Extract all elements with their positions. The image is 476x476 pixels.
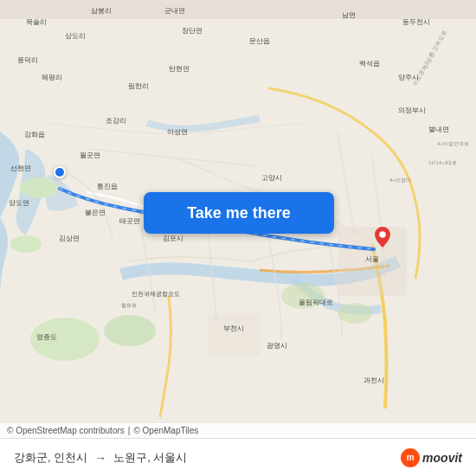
bottom-navigation-bar: 강화군, 인천시 → 노원구, 서울시 m moovit xyxy=(0,438,476,476)
take-me-there-button[interactable]: Take me there xyxy=(144,192,334,234)
destination-label: 노원구, 서울시 xyxy=(113,450,187,466)
route-line xyxy=(0,0,476,476)
openmaptiles-attribution: © OpenMapTiles xyxy=(133,426,198,435)
attribution-bar: © OpenStreetMap contributors | © OpenMap… xyxy=(0,423,476,438)
origin-marker xyxy=(54,166,66,178)
attribution-separator: | xyxy=(128,426,131,435)
origin-label: 강화군, 인천시 xyxy=(14,450,87,466)
map-container: 목솔리 삼봉리 군내면 남면 동두천시 상도리 장단면 문산읍 풍덕리 헤평리 … xyxy=(0,0,476,476)
moovit-logo: m moovit xyxy=(401,448,462,467)
svg-point-49 xyxy=(379,231,386,238)
direction-arrow-icon: → xyxy=(94,451,106,465)
moovit-brand-text: moovit xyxy=(422,451,462,465)
destination-marker xyxy=(372,227,393,248)
osm-attribution: © OpenStreetMap contributors xyxy=(7,426,125,435)
moovit-icon: m xyxy=(401,448,420,467)
